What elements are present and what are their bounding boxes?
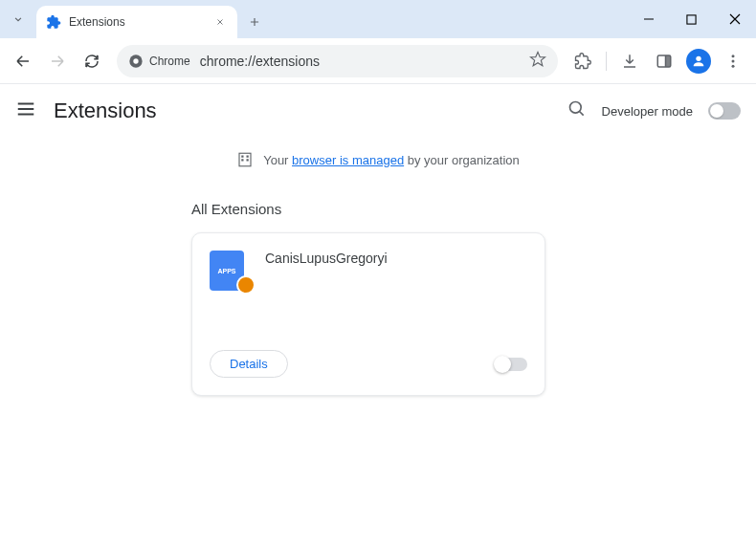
tab-search-button[interactable] [4,5,33,33]
managed-banner: Your browser is managed by your organiza… [0,138,756,182]
search-button[interactable] [567,99,587,122]
tab-strip: Extensions [0,0,756,38]
reload-icon [83,53,100,70]
url-text: chrome://extensions [200,54,520,69]
site-chip[interactable]: Chrome [128,54,190,69]
managed-text-suffix: by your organization [404,153,520,167]
extensions-toolbar: Extensions Developer mode [0,84,756,138]
window-controls [627,0,756,38]
download-icon [621,53,638,70]
svg-point-6 [732,55,735,57]
kebab-icon [724,53,742,70]
svg-rect-4 [666,55,671,67]
extension-enable-toggle[interactable] [495,358,527,371]
page-title: Extensions [54,98,157,123]
svg-point-5 [696,55,700,60]
search-icon [567,99,587,119]
svg-rect-12 [247,156,249,158]
chevron-down-icon [11,12,25,26]
minimize-button[interactable] [627,0,670,38]
main-menu-button[interactable] [15,98,36,123]
maximize-icon [686,14,697,25]
extensions-button[interactable] [567,46,598,76]
menu-button[interactable] [718,46,748,76]
arrow-right-icon [49,53,66,70]
back-button[interactable] [8,46,38,76]
svg-rect-10 [239,153,251,166]
developer-mode-label: Developer mode [602,104,693,119]
svg-point-9 [569,102,581,114]
svg-rect-0 [687,14,696,23]
svg-point-2 [133,58,138,63]
avatar [686,49,711,74]
site-chip-label: Chrome [149,55,190,68]
forward-button[interactable] [42,46,73,76]
star-icon [529,51,546,68]
hamburger-icon [15,98,36,120]
extension-card: CanisLupusGregoryi Details [191,232,545,396]
managed-link[interactable]: browser is managed [292,153,404,167]
separator [606,52,607,71]
maximize-button[interactable] [670,0,713,38]
close-window-button[interactable] [713,0,756,38]
svg-rect-11 [241,156,243,158]
omnibox[interactable]: Chrome chrome://extensions [117,45,558,77]
section-title: All Extensions [191,201,565,217]
building-icon [236,151,254,168]
downloads-button[interactable] [614,46,645,76]
plus-icon [248,15,261,29]
puzzle-icon [574,53,591,70]
tab-close-button[interactable] [212,14,228,30]
extension-icon [210,251,250,291]
svg-rect-13 [241,159,243,161]
sidepanel-icon [656,53,673,70]
close-icon [729,13,741,25]
reload-button[interactable] [77,46,107,76]
arrow-left-icon [14,53,32,70]
managed-text-prefix: Your [263,153,292,167]
chrome-logo-icon [128,54,144,69]
close-icon [215,17,225,27]
svg-point-7 [732,59,735,62]
svg-point-8 [732,64,735,67]
new-tab-button[interactable] [241,9,268,35]
extension-puzzle-icon [46,14,61,30]
details-button[interactable]: Details [210,350,288,378]
page-content: Extensions Developer mode Your browser i… [0,84,756,546]
person-icon [691,54,706,69]
browser-toolbar: Chrome chrome://extensions [0,38,756,84]
developer-mode-toggle[interactable] [708,102,741,120]
profile-button[interactable] [683,46,714,76]
bookmark-button[interactable] [529,51,546,72]
extension-name: CanisLupusGregoryi [265,251,388,327]
minimize-icon [643,13,655,25]
sidepanel-button[interactable] [649,46,679,76]
tab-active[interactable]: Extensions [36,6,237,38]
svg-rect-14 [247,159,249,161]
tab-title: Extensions [69,15,205,29]
